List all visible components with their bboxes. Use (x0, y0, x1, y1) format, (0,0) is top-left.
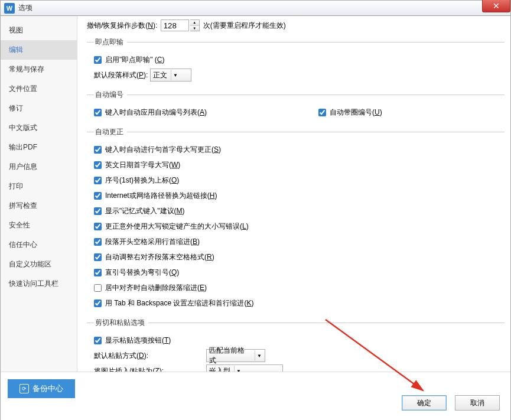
group-click-type: 即点即输 启用"即点即输" (C) 默认段落样式(P): 正文▼ (87, 37, 505, 84)
undo-steps-input[interactable] (161, 19, 189, 31)
auto-correct-opt-4[interactable]: 显示"记忆式键入"建议(M) (94, 206, 185, 216)
sidebar-item-7[interactable]: 用户信息 (1, 157, 77, 177)
auto-correct-opt-0[interactable]: 键入时自动进行句首字母大写更正(S) (94, 145, 221, 155)
default-para-style-select[interactable]: 正文▼ (150, 69, 191, 82)
auto-correct-opt-2[interactable]: 序号(1st)替换为上标(O) (94, 175, 179, 185)
content-pane: 撤销/恢复操作步数(N): ▲▼ 次(需要重启程序才能生效) 即点即输 启用"即… (77, 16, 510, 372)
auto-circle-number-checkbox[interactable]: 自动带圈编号(U) (318, 108, 382, 118)
sidebar-item-12[interactable]: 自定义功能区 (1, 255, 77, 274)
cancel-button[interactable]: 取消 (455, 395, 500, 411)
auto-number-list-checkbox[interactable]: 键入时自动应用自动编号列表(A) (94, 108, 207, 118)
close-button[interactable]: ✕ (482, 0, 510, 12)
auto-correct-opt-10[interactable]: 用 Tab 和 Backspace 设置左缩进和首行缩进(K) (94, 298, 253, 308)
group-clipboard: 剪切和粘贴选项 显示粘贴选项按钮(T) 默认粘贴方式(D): 匹配当前格式▼ (87, 318, 505, 372)
default-para-style-label: 默认段落样式(P): (94, 70, 150, 80)
undo-steps-row: 撤销/恢复操作步数(N): ▲▼ 次(需要重启程序才能生效) (87, 19, 505, 31)
sidebar-item-8[interactable]: 打印 (1, 177, 77, 196)
auto-correct-opt-5[interactable]: 更正意外使用大写锁定键产生的大小写错误(L) (94, 222, 249, 232)
show-paste-options-checkbox[interactable]: 显示粘贴选项按钮(T) (94, 336, 171, 346)
auto-correct-opt-6[interactable]: 段落开头空格采用行首缩进(B) (94, 237, 200, 247)
sidebar-item-1[interactable]: 编辑 (1, 40, 77, 60)
sidebar-item-6[interactable]: 输出PDF (1, 138, 77, 157)
group-auto-correct: 自动更正 键入时自动进行句首字母大写更正(S)英文日期首字母大写(W)序号(1s… (87, 127, 505, 312)
titlebar: W 选项 ✕ (1, 1, 510, 16)
window-title: 选项 (18, 3, 32, 13)
sidebar-item-11[interactable]: 信任中心 (1, 235, 77, 255)
undo-label: 撤销/恢复操作步数(N): (87, 21, 157, 31)
group-auto-number: 自动编号 键入时自动应用自动编号列表(A) (87, 90, 505, 121)
auto-correct-opt-8[interactable]: 直引号替换为弯引号(Q) (94, 268, 179, 278)
default-paste-label: 默认粘贴方式(D): (94, 351, 206, 361)
insert-pic-select[interactable]: 嵌入型▼ (206, 364, 283, 372)
app-icon: W (4, 3, 15, 14)
backup-center-button[interactable]: ⟳ 备份中心 (8, 379, 75, 398)
auto-correct-opt-7[interactable]: 自动调整右对齐段落末空格格式(R) (94, 252, 214, 262)
default-paste-select[interactable]: 匹配当前格式▼ (206, 349, 265, 362)
sidebar-item-5[interactable]: 中文版式 (1, 118, 77, 138)
group-click-type-legend: 即点即输 (94, 37, 127, 47)
sidebar-item-3[interactable]: 文件位置 (1, 79, 77, 99)
sidebar: 视图编辑常规与保存文件位置修订中文版式输出PDF用户信息打印拼写检查安全性信任中… (1, 16, 77, 372)
group-auto-correct-legend: 自动更正 (94, 127, 127, 137)
insert-pic-label: 将图片插入/粘贴为(Z): (94, 366, 206, 372)
enable-click-type-checkbox[interactable]: 启用"即点即输" (C) (94, 55, 165, 65)
ok-button[interactable]: 确定 (402, 395, 447, 411)
auto-correct-opt-9[interactable]: 居中对齐时自动删除段落缩进(E) (94, 283, 207, 293)
sidebar-item-0[interactable]: 视图 (1, 21, 77, 40)
sidebar-item-13[interactable]: 快速访问工具栏 (1, 274, 77, 294)
auto-correct-opt-3[interactable]: Internet或网络路径替换为超链接(H) (94, 191, 217, 201)
group-auto-number-legend: 自动编号 (94, 90, 127, 100)
sidebar-item-9[interactable]: 拼写检查 (1, 196, 77, 216)
sidebar-item-4[interactable]: 修订 (1, 99, 77, 118)
sidebar-item-10[interactable]: 安全性 (1, 216, 77, 235)
auto-correct-opt-1[interactable]: 英文日期首字母大写(W) (94, 160, 180, 170)
undo-suffix: 次(需要重启程序才能生效) (203, 21, 286, 31)
sidebar-item-2[interactable]: 常规与保存 (1, 60, 77, 79)
backup-icon: ⟳ (19, 384, 29, 393)
undo-spinner[interactable]: ▲▼ (190, 19, 200, 31)
footer: ⟳ 备份中心 确定 取消 (1, 372, 510, 420)
group-clipboard-legend: 剪切和粘贴选项 (94, 318, 148, 328)
